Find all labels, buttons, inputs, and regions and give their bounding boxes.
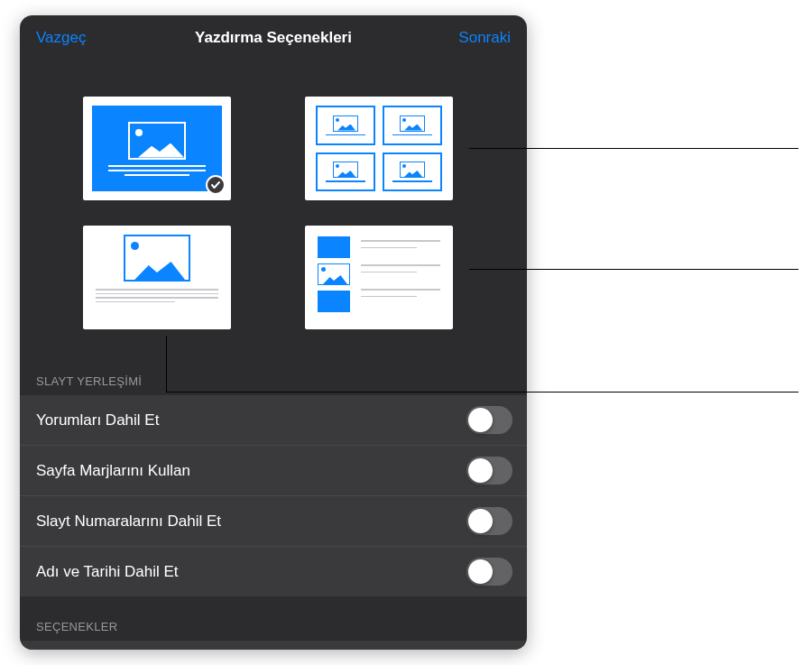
callout-line	[166, 336, 167, 392]
print-options-panel: Vazgeç Yazdırma Seçenekleri Sonraki	[20, 15, 527, 650]
toggle-use-margins[interactable]	[466, 457, 512, 485]
layout-option-single-slide[interactable]	[83, 97, 231, 200]
label-use-margins: Sayfa Marjlarını Kullan	[36, 462, 190, 480]
cancel-button[interactable]: Vazgeç	[36, 29, 86, 47]
layout-option-grid[interactable]	[305, 97, 453, 200]
row-print-backgrounds: Arka Planları Yazdır	[20, 641, 527, 650]
toggle-include-comments[interactable]	[466, 406, 512, 434]
callout-line	[166, 392, 798, 393]
label-include-name-date: Adı ve Tarihi Dahil Et	[36, 563, 178, 581]
selected-checkmark-icon	[206, 175, 226, 195]
image-placeholder-icon	[124, 235, 190, 282]
layout-option-outline[interactable]	[305, 226, 453, 329]
panel-header: Vazgeç Yazdırma Seçenekleri Sonraki	[20, 15, 527, 60]
image-placeholder-icon	[128, 122, 186, 160]
row-include-slide-numbers: Slayt Numaralarını Dahil Et	[20, 496, 527, 547]
panel-title: Yazdırma Seçenekleri	[195, 29, 352, 47]
row-use-margins: Sayfa Marjlarını Kullan	[20, 446, 527, 496]
label-include-slide-numbers: Slayt Numaralarını Dahil Et	[36, 513, 221, 531]
label-include-comments: Yorumları Dahil Et	[36, 411, 159, 429]
row-include-comments: Yorumları Dahil Et	[20, 395, 527, 446]
options-settings: Arka Planları Yazdır	[20, 641, 527, 650]
toggle-include-slide-numbers[interactable]	[466, 507, 512, 535]
row-include-name-date: Adı ve Tarihi Dahil Et	[20, 547, 527, 596]
section-header-options: SEÇENEKLER	[20, 620, 527, 641]
layout-options-grid	[20, 60, 527, 347]
callout-line	[469, 148, 798, 149]
callout-line	[469, 269, 798, 270]
next-button[interactable]: Sonraki	[458, 29, 511, 47]
toggle-include-name-date[interactable]	[466, 558, 512, 586]
layout-option-notes[interactable]	[83, 226, 231, 329]
section-header-slide-layout: SLAYT YERLEŞİMİ	[20, 347, 527, 395]
slide-layout-settings: Yorumları Dahil Et Sayfa Marjlarını Kull…	[20, 395, 527, 596]
